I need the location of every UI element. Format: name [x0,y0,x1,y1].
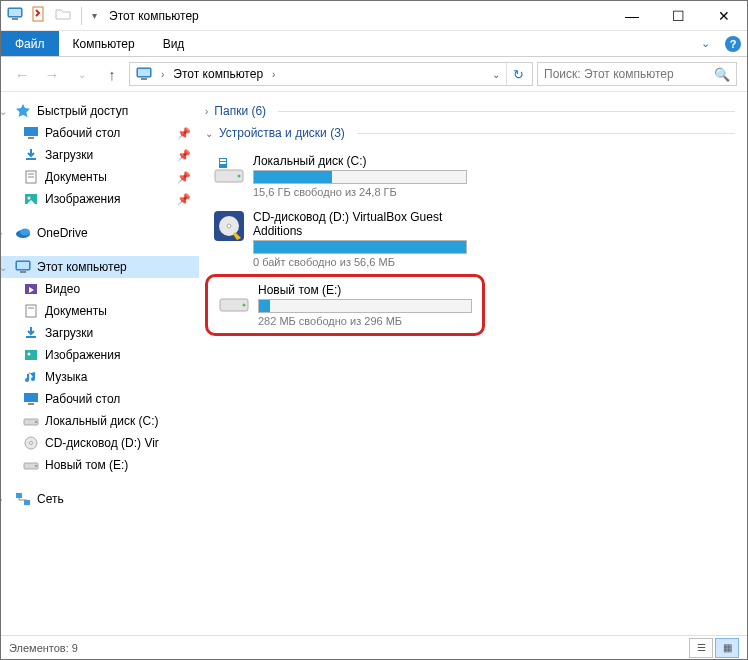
chevron-down-icon[interactable]: ⌄ [1,106,9,117]
forward-button[interactable]: → [39,61,65,87]
sidebar-item-local-disk-c[interactable]: Локальный диск (C:) [1,410,199,432]
svg-rect-37 [220,159,226,161]
refresh-button[interactable]: ↻ [506,63,530,85]
tab-computer[interactable]: Компьютер [59,31,149,56]
drive-name: Локальный диск (C:) [253,154,467,168]
search-placeholder: Поиск: Этот компьютер [544,67,714,81]
sidebar-item-downloads[interactable]: Загрузки 📌 [1,144,199,166]
divider [278,111,735,112]
properties-icon[interactable] [31,6,47,25]
thispc-icon [136,66,152,82]
svg-rect-7 [24,127,38,136]
svg-rect-32 [16,493,22,498]
sidebar-quick-access[interactable]: ⌄ Быстрый доступ [1,100,199,122]
svg-rect-38 [220,162,226,164]
chevron-down-icon[interactable]: ⌄ [205,128,213,139]
breadcrumb-chevron[interactable]: › [268,69,279,80]
pin-icon: 📌 [177,171,191,184]
sidebar-item-videos[interactable]: Видео [1,278,199,300]
breadcrumb-chevron[interactable]: › [157,69,168,80]
svg-rect-25 [28,403,34,405]
recent-button[interactable]: ⌄ [69,61,95,87]
breadcrumb-root[interactable]: › Этот компьютер › [132,66,283,82]
new-folder-icon[interactable] [55,6,71,25]
back-button[interactable]: ← [9,61,35,87]
ribbon-tabs: Файл Компьютер Вид ⌄ ? [1,31,747,57]
svg-rect-6 [141,78,147,80]
chevron-right-icon[interactable]: › [1,494,9,505]
onedrive-icon [15,225,31,241]
drive-icon [213,154,245,186]
drive-local-disk-c[interactable]: Локальный диск (C:) 15,6 ГБ свободно из … [205,148,475,204]
sidebar-item-documents[interactable]: Документы [1,300,199,322]
desktop-icon [23,391,39,407]
sidebar-item-cd-drive-d[interactable]: CD-дисковод (D:) Vir [1,432,199,454]
sidebar-item-pictures[interactable]: Изображения [1,344,199,366]
pictures-icon [23,191,39,207]
svg-point-23 [28,353,31,356]
svg-point-35 [238,175,241,178]
svg-rect-33 [24,500,30,505]
qat-dropdown-icon[interactable]: ▾ [92,10,97,21]
sidebar-item-desktop[interactable]: Рабочий стол [1,388,199,410]
close-button[interactable]: ✕ [701,1,747,31]
view-details-button[interactable]: ☰ [689,638,713,658]
drive-cd-d[interactable]: CD-дисковод (D:) VirtualBox Guest Additi… [205,204,475,274]
drive-icon [218,283,250,315]
minimize-button[interactable]: — [609,1,655,31]
address-bar[interactable]: › Этот компьютер › ⌄ ↻ [129,62,533,86]
chevron-right-icon[interactable]: › [1,228,9,239]
downloads-icon [23,325,39,341]
svg-rect-24 [24,393,38,402]
pin-icon: 📌 [177,127,191,140]
group-folders[interactable]: › Папки (6) [205,104,735,118]
breadcrumb-label[interactable]: Этот компьютер [173,67,263,81]
cd-icon [23,435,39,451]
help-icon: ? [725,36,741,52]
view-tiles-button[interactable]: ▦ [715,638,739,658]
window-title: Этот компьютер [109,9,199,23]
svg-point-41 [227,224,231,228]
svg-rect-18 [20,271,26,273]
drive-icon [23,457,39,473]
up-button[interactable]: ↑ [99,61,125,87]
thispc-icon [15,259,31,275]
search-icon[interactable]: 🔍 [714,67,730,82]
ribbon-expand-button[interactable]: ⌄ [691,31,719,56]
pin-icon: 📌 [177,193,191,206]
title-bar: ▾ Этот компьютер — ☐ ✕ [1,1,747,31]
address-dropdown[interactable]: ⌄ [486,69,506,80]
file-tab[interactable]: Файл [1,31,59,56]
drive-volume-e[interactable]: Новый том (E:) 282 МБ свободно из 296 МБ [205,274,485,336]
sidebar-network[interactable]: › Сеть [1,488,199,510]
chevron-down-icon[interactable]: ⌄ [1,262,9,273]
sidebar-item-documents[interactable]: Документы 📌 [1,166,199,188]
svg-rect-2 [12,18,18,20]
maximize-button[interactable]: ☐ [655,1,701,31]
chevron-right-icon[interactable]: › [205,106,208,117]
sidebar-item-volume-e[interactable]: Новый том (E:) [1,454,199,476]
svg-point-43 [243,304,246,307]
svg-rect-17 [17,262,29,269]
sidebar-item-music[interactable]: Музыка [1,366,199,388]
sidebar-item-pictures[interactable]: Изображения 📌 [1,188,199,210]
sidebar-item-desktop[interactable]: Рабочий стол 📌 [1,122,199,144]
search-input[interactable]: Поиск: Этот компьютер 🔍 [537,62,737,86]
help-button[interactable]: ? [719,31,747,56]
group-label: Устройства и диски (3) [219,126,345,140]
tab-view[interactable]: Вид [149,31,199,56]
capacity-fill [259,300,270,312]
sidebar-this-pc[interactable]: ⌄ Этот компьютер [1,256,199,278]
sidebar-onedrive[interactable]: › OneDrive [1,222,199,244]
qat-separator [81,7,82,25]
capacity-fill [254,171,332,183]
pictures-icon [23,347,39,363]
capacity-bar [253,240,467,254]
group-devices[interactable]: ⌄ Устройства и диски (3) [205,126,735,140]
navigation-pane[interactable]: ⌄ Быстрый доступ Рабочий стол 📌 Загрузки… [1,92,199,635]
capacity-bar [258,299,472,313]
thispc-icon [7,6,23,25]
drive-icon [23,413,39,429]
sidebar-item-downloads[interactable]: Загрузки [1,322,199,344]
content-pane[interactable]: › Папки (6) ⌄ Устройства и диски (3) Лок… [199,92,747,635]
